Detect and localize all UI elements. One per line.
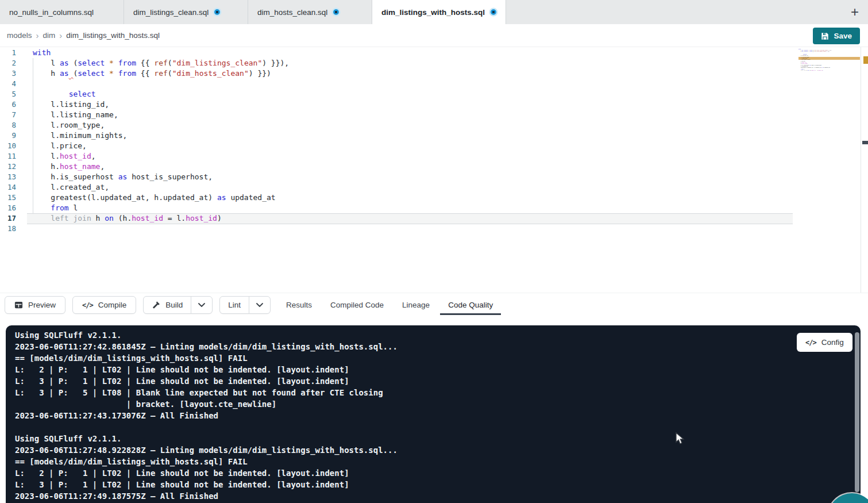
- panel-tab-results[interactable]: Results: [286, 301, 312, 309]
- code-line-4[interactable]: [33, 79, 289, 90]
- line-number-4: 4: [0, 79, 16, 90]
- terminal-line-12: == [models/dim/dim_listings_with_hosts.s…: [15, 456, 398, 467]
- minimap-content: with l as (select * from {{ ref("dim_lis…: [798, 48, 844, 72]
- preview-button[interactable]: Preview: [5, 296, 65, 314]
- token: [33, 214, 51, 222]
- line-number-5: 5: [0, 90, 16, 100]
- unsaved-changes-dot-icon: [214, 9, 220, 15]
- token: "dim_hosts_clean": [172, 69, 249, 78]
- token: ) }}),: [262, 59, 289, 67]
- lint-button[interactable]: Lint: [220, 297, 249, 313]
- tab-no_nulls_in_columns-sql[interactable]: no_nulls_in_columns.sql: [0, 0, 124, 24]
- line-number-13: 13: [0, 172, 16, 183]
- token: {{: [136, 69, 154, 78]
- token: updated_at: [824, 67, 830, 68]
- code-line-7[interactable]: l.listing_name,: [33, 110, 289, 121]
- terminal-line-1: Using SQLFluff v2.1.1.: [15, 329, 398, 341]
- build-button[interactable]: Build: [144, 297, 191, 313]
- tab-dim_listings_clean-sql[interactable]: dim_listings_clean.sql: [124, 0, 248, 24]
- token: host_id: [186, 214, 217, 222]
- terminal-line-14: L: 3 | P: 1 | LT02 | Line should not be …: [15, 479, 398, 490]
- new-tab-button[interactable]: +: [842, 0, 868, 24]
- code-line-2[interactable]: l as (select * from {{ ref("dim_listings…: [33, 59, 289, 69]
- code-line-3[interactable]: h as (select * from {{ ref("dim_hosts_cl…: [33, 69, 289, 79]
- minimap-line-18: [798, 71, 844, 72]
- dbt-ide-window: no_nulls_in_columns.sqldim_listings_clea…: [0, 0, 868, 503]
- code-line-1[interactable]: with: [33, 48, 289, 59]
- terminal-line-15: 2023-06-06T11:27:49.187575Z — All Finish…: [15, 490, 398, 502]
- line-number-9: 9: [0, 131, 16, 141]
- tab-dim_listings_with_hosts-sql[interactable]: dim_listings_with_hosts.sql: [372, 0, 506, 24]
- chevron-down-icon: [256, 303, 263, 307]
- terminal-line-5: L: 3 | P: 1 | LT02 | Line should not be …: [15, 375, 398, 387]
- lint-dropdown-button[interactable]: [249, 297, 270, 313]
- code-line-5[interactable]: select: [33, 90, 289, 100]
- code-line-18[interactable]: [33, 224, 289, 235]
- line-number-7: 7: [0, 110, 16, 121]
- code-line-10[interactable]: l.price,: [33, 141, 289, 152]
- line-number-6: 6: [0, 100, 16, 110]
- save-label: Save: [834, 32, 852, 40]
- editor-right-divider: [861, 47, 861, 293]
- save-button[interactable]: Save: [813, 28, 860, 44]
- token: from: [51, 203, 68, 212]
- breadcrumb-separator: ›: [36, 30, 39, 40]
- breadcrumb-segment[interactable]: models: [7, 31, 32, 40]
- token: host_name: [60, 162, 100, 171]
- line-number-12: 12: [0, 162, 16, 172]
- terminal-line-10: Using SQLFluff v2.1.1.: [15, 433, 398, 444]
- token: select: [78, 59, 105, 67]
- code-line-6[interactable]: l.listing_id,: [33, 100, 289, 110]
- token: ): [217, 214, 222, 222]
- tab-dim_hosts_clean-sql[interactable]: dim_hosts_clean.sql: [248, 0, 372, 24]
- line-number-17: 17: [0, 214, 16, 224]
- minimap[interactable]: with l as (select * from {{ ref("dim_lis…: [798, 48, 844, 74]
- terminal-line-7: | bracket. [layout.cte_newline]: [15, 398, 398, 410]
- code-line-11[interactable]: l.host_id,: [33, 152, 289, 162]
- panel-tab-lineage[interactable]: Lineage: [402, 301, 430, 309]
- line-number-18: 18: [0, 224, 16, 235]
- chevron-down-icon: [198, 303, 205, 307]
- token: ref: [154, 59, 167, 67]
- panel-tab-code-quality[interactable]: Code Quality: [448, 301, 493, 309]
- token: with: [33, 48, 51, 57]
- help-bubble[interactable]: [828, 493, 868, 503]
- code-line-14[interactable]: l.created_at,: [33, 183, 289, 193]
- code-editor[interactable]: 123456789101112131415161718 with l as (s…: [0, 47, 868, 293]
- token: {{: [136, 59, 154, 67]
- hammer-icon: [152, 301, 160, 309]
- code-line-13[interactable]: h.is_superhost as host_is_superhost,: [33, 172, 289, 183]
- token: l.price,: [33, 141, 87, 150]
- unsaved-changes-dot-icon: [333, 9, 339, 15]
- token: ): [823, 70, 823, 71]
- token: l.minimum_nights,: [33, 131, 127, 140]
- code-line-15[interactable]: greatest(l.updated_at, h.updated_at) as …: [33, 193, 289, 203]
- token: ) }}): [827, 51, 830, 52]
- token: left join: [801, 70, 806, 71]
- breadcrumb-segment[interactable]: dim: [43, 31, 56, 40]
- code-line-16[interactable]: from l: [33, 203, 289, 214]
- action-bar: Preview </> Compile Build: [0, 293, 868, 326]
- token: l.created_at,: [33, 183, 109, 191]
- code-line-8[interactable]: l.room_type,: [33, 121, 289, 131]
- terminal-scrollbar[interactable]: [855, 332, 859, 492]
- config-button[interactable]: </> Config: [797, 333, 852, 352]
- terminal-line-9: [15, 421, 398, 433]
- token: l.listing_id,: [33, 100, 109, 109]
- token: [105, 69, 109, 78]
- code-line-9[interactable]: l.minimum_nights,: [33, 131, 289, 141]
- breadcrumb-separator: ›: [59, 30, 62, 40]
- line-number-8: 8: [0, 121, 16, 131]
- breadcrumb-segment[interactable]: dim_listings_with_hosts.sql: [66, 31, 160, 40]
- token: l.: [33, 152, 60, 160]
- token: [105, 59, 109, 67]
- code-line-12[interactable]: h.host_name,: [33, 162, 289, 172]
- build-button-group: Build: [143, 296, 213, 314]
- compile-button[interactable]: </> Compile: [72, 296, 136, 314]
- code-area[interactable]: with l as (select * from {{ ref("dim_lis…: [33, 48, 289, 235]
- build-dropdown-button[interactable]: [191, 297, 212, 313]
- code-line-17[interactable]: left join h on (h.host_id = l.host_id): [33, 214, 289, 224]
- token: updated_at: [226, 193, 276, 202]
- token: (h.: [114, 214, 132, 222]
- panel-tab-compiled-code[interactable]: Compiled Code: [330, 301, 384, 309]
